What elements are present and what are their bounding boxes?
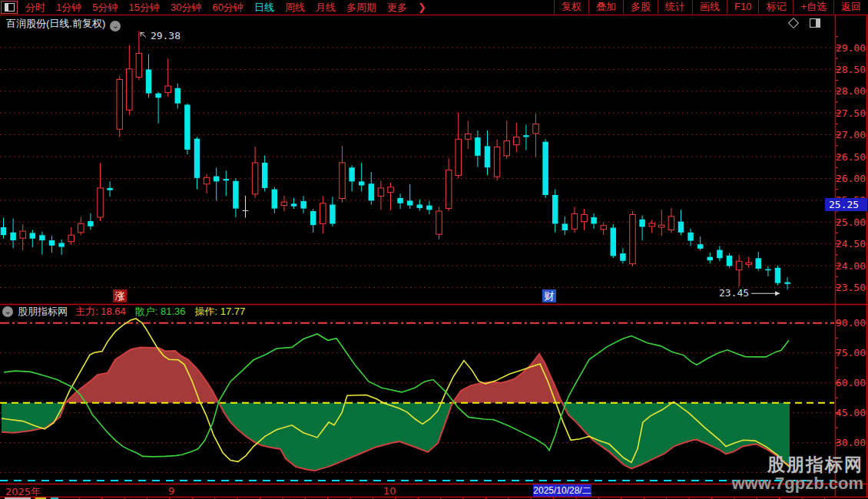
diamond-marker-icon[interactable]	[788, 18, 799, 28]
indicator-field-散户: 散户: 81.36	[135, 306, 186, 317]
price-tick-label: 23.50	[836, 282, 866, 293]
menu-item-30分钟[interactable]: 30分钟	[165, 1, 207, 15]
high-annotation: 29.38	[151, 30, 181, 41]
menu-item-周线[interactable]: 周线	[280, 1, 310, 15]
chart-canvas[interactable]: 29.0028.5028.0027.5027.0026.5026.0025.50…	[0, 0, 868, 499]
price-tick-label: 24.50	[836, 238, 866, 250]
pane-split-icon[interactable]	[810, 18, 820, 28]
price-tick-label: 26.50	[836, 151, 866, 163]
chevron-down-icon[interactable]: ⌄	[110, 21, 121, 31]
fill-above-mid	[2, 347, 790, 402]
watermark: 股朋指标网 www.7gpzb.com	[731, 456, 863, 492]
indicator-header: ⌄ 股朋指标网 主力: 18.64散户: 81.36操作: 17.77	[0, 305, 254, 318]
price-tick-label: 28.00	[836, 85, 866, 97]
menu-item-分时[interactable]: 分时	[20, 1, 51, 15]
low-annotation: 23.45	[719, 287, 749, 299]
indicator-tick-label: 75.00	[836, 347, 866, 359]
menu-item-更多[interactable]: 更多	[382, 1, 412, 15]
last-price-tag: 25.25	[825, 198, 867, 211]
event-badge-cai[interactable]: 财	[542, 289, 556, 302]
period-menu: 分时1分钟5分钟15分钟30分钟60分钟日线周线月线多周期更多	[20, 1, 412, 15]
watermark-url: www.7gpzb.com	[731, 475, 863, 492]
menu-item-标记[interactable]: 标记	[758, 0, 793, 14]
layout-split-icon[interactable]	[1, 1, 18, 14]
menu-overflow-arrow[interactable]: ❯	[412, 1, 432, 15]
price-tick-label: 27.00	[836, 129, 866, 140]
menu-item-+自选[interactable]: +自选	[793, 0, 833, 14]
indicator-field-操作: 操作: 17.77	[195, 306, 246, 317]
menu-item-统计[interactable]: 统计	[658, 0, 692, 14]
event-badge-zhang[interactable]: 涨	[113, 289, 127, 302]
date-label: 9	[168, 485, 174, 497]
title-bar: 百润股份(日线.前复权)⌄	[0, 15, 868, 31]
menu-item-多周期[interactable]: 多周期	[341, 1, 382, 15]
menu-item-返回[interactable]: 返回	[833, 0, 868, 14]
menu-item-日线[interactable]: 日线	[249, 1, 280, 15]
tools-menu: 复权叠加多股统计画线F10标记+自选返回	[554, 0, 868, 14]
trading-app-window: 分时1分钟5分钟15分钟30分钟60分钟日线周线月线多周期更多 ❯ 复权叠加多股…	[0, 0, 868, 499]
watermark-site-name: 股朋指标网	[731, 456, 863, 474]
price-tick-label: 28.50	[836, 64, 866, 75]
menu-item-画线[interactable]: 画线	[692, 0, 727, 14]
price-tick-label: 27.50	[836, 107, 866, 119]
top-menu-bar: 分时1分钟5分钟15分钟30分钟60分钟日线周线月线多周期更多 ❯ 复权叠加多股…	[0, 0, 868, 15]
menu-item-15分钟[interactable]: 15分钟	[123, 1, 164, 15]
indicator-tick-label: 90.00	[836, 317, 866, 329]
indicator-source-label: 股朋指标网	[18, 305, 68, 319]
split-glyph	[5, 3, 15, 12]
indicator-tick-label: 60.00	[836, 377, 866, 388]
indicator-tick-label: 45.00	[836, 407, 866, 418]
menu-item-60分钟[interactable]: 60分钟	[207, 1, 248, 15]
high-arrow	[141, 32, 146, 37]
selected-date-tag: 2025/10/28/二	[533, 484, 591, 497]
menu-item-多股[interactable]: 多股	[623, 0, 658, 14]
indicator-tick-label: 30.00	[836, 437, 866, 448]
chevron-down-icon[interactable]: ⌄	[2, 306, 13, 317]
price-tick-label: 25.00	[836, 216, 866, 228]
menu-item-叠加[interactable]: 叠加	[588, 0, 623, 14]
indicator-values: 主力: 18.64散户: 81.36操作: 17.77	[75, 304, 254, 319]
menu-item-5分钟[interactable]: 5分钟	[87, 1, 123, 15]
price-tick-label: 29.00	[836, 42, 866, 54]
price-tick-label: 24.00	[836, 260, 866, 272]
date-label: 10	[383, 485, 396, 497]
price-tick-label: 26.00	[836, 173, 866, 184]
menu-item-复权[interactable]: 复权	[554, 0, 588, 14]
indicator-field-主力: 主力: 18.64	[75, 306, 126, 317]
menu-item-F10[interactable]: F10	[727, 0, 758, 14]
fill-below-mid	[2, 403, 790, 471]
menu-item-月线[interactable]: 月线	[310, 1, 341, 15]
menu-item-1分钟[interactable]: 1分钟	[51, 1, 87, 15]
candlestick-series[interactable]	[1, 31, 790, 289]
stock-title: 百润股份(日线.前复权)⌄	[6, 17, 121, 31]
